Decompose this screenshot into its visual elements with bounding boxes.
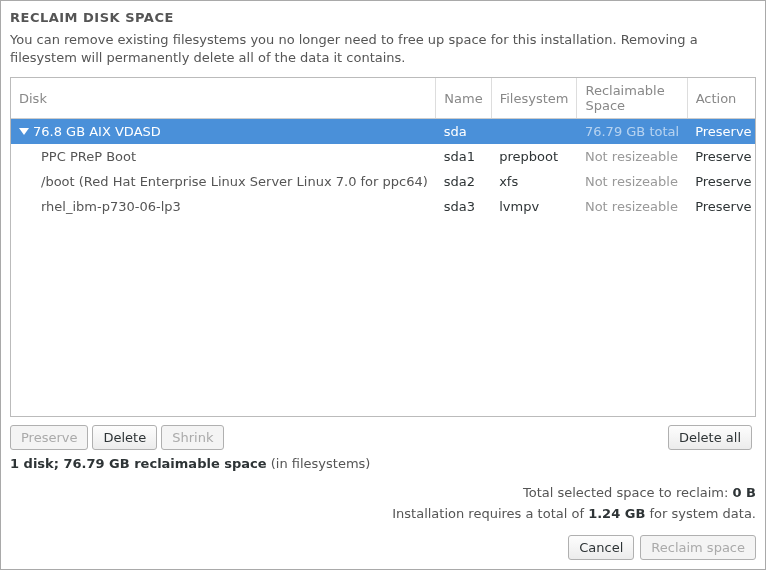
col-reclaimable[interactable]: Reclaimable Space xyxy=(577,78,687,119)
expand-icon[interactable] xyxy=(19,126,29,136)
table-header-row: Disk Name Filesystem Reclaimable Space A… xyxy=(11,78,756,119)
cell-name: sda xyxy=(436,119,491,145)
summary-rest: (in filesystems) xyxy=(267,456,371,471)
cell-action: Preserve xyxy=(687,194,756,219)
cell-disk: /boot (Red Hat Enterprise Linux Server L… xyxy=(11,169,436,194)
preserve-button[interactable]: Preserve xyxy=(10,425,88,450)
table-row[interactable]: 76.8 GB AIX VDASDsda76.79 GB totalPreser… xyxy=(11,119,756,145)
cell-filesystem: xfs xyxy=(491,169,577,194)
cell-reclaimable: Not resizeable xyxy=(577,169,687,194)
svg-marker-0 xyxy=(19,128,29,135)
summary-line: 1 disk; 76.79 GB reclaimable space (in f… xyxy=(10,456,756,471)
table-row[interactable]: PPC PReP Bootsda1prepbootNot resizeableP… xyxy=(11,144,756,169)
cell-disk: rhel_ibm-p730-06-lp3 xyxy=(11,194,436,219)
cancel-button[interactable]: Cancel xyxy=(568,535,634,560)
partition-label: rhel_ibm-p730-06-lp3 xyxy=(19,199,181,214)
cell-action: Preserve xyxy=(687,169,756,194)
partition-label: PPC PReP Boot xyxy=(19,149,136,164)
col-disk[interactable]: Disk xyxy=(11,78,436,119)
shrink-button[interactable]: Shrink xyxy=(161,425,224,450)
disk-table: Disk Name Filesystem Reclaimable Space A… xyxy=(11,78,756,219)
table-row[interactable]: /boot (Red Hat Enterprise Linux Server L… xyxy=(11,169,756,194)
col-filesystem[interactable]: Filesystem xyxy=(491,78,577,119)
footer-buttons: Cancel Reclaim space xyxy=(10,535,756,560)
dialog-title: RECLAIM DISK SPACE xyxy=(10,10,756,25)
cell-disk: 76.8 GB AIX VDASD xyxy=(11,119,436,145)
install-line: Installation requires a total of 1.24 GB… xyxy=(10,506,756,521)
total-value: 0 B xyxy=(733,485,756,500)
partition-label: /boot (Red Hat Enterprise Linux Server L… xyxy=(19,174,428,189)
install-value: 1.24 GB xyxy=(588,506,645,521)
cell-filesystem: lvmpv xyxy=(491,194,577,219)
col-action[interactable]: Action xyxy=(687,78,756,119)
cell-name: sda1 xyxy=(436,144,491,169)
reclaim-disk-space-dialog: RECLAIM DISK SPACE You can remove existi… xyxy=(0,0,766,570)
summary-bold: 1 disk; 76.79 GB reclaimable space xyxy=(10,456,267,471)
cell-action: Preserve xyxy=(687,144,756,169)
disk-label: 76.8 GB AIX VDASD xyxy=(33,124,161,139)
cell-reclaimable: Not resizeable xyxy=(577,144,687,169)
col-name[interactable]: Name xyxy=(436,78,491,119)
cell-name: sda3 xyxy=(436,194,491,219)
reclaim-space-button[interactable]: Reclaim space xyxy=(640,535,756,560)
cell-reclaimable: Not resizeable xyxy=(577,194,687,219)
delete-button[interactable]: Delete xyxy=(92,425,157,450)
disk-table-container[interactable]: Disk Name Filesystem Reclaimable Space A… xyxy=(10,77,756,417)
cell-filesystem xyxy=(491,119,577,145)
action-bar: Preserve Delete Shrink Delete all xyxy=(10,425,756,450)
dialog-description: You can remove existing filesystems you … xyxy=(10,31,756,67)
cell-name: sda2 xyxy=(436,169,491,194)
total-line: Total selected space to reclaim: 0 B xyxy=(10,485,756,500)
cell-filesystem: prepboot xyxy=(491,144,577,169)
cell-reclaimable: 76.79 GB total xyxy=(577,119,687,145)
cell-action: Preserve xyxy=(687,119,756,145)
table-row[interactable]: rhel_ibm-p730-06-lp3sda3lvmpvNot resizea… xyxy=(11,194,756,219)
cell-disk: PPC PReP Boot xyxy=(11,144,436,169)
delete-all-button[interactable]: Delete all xyxy=(668,425,752,450)
